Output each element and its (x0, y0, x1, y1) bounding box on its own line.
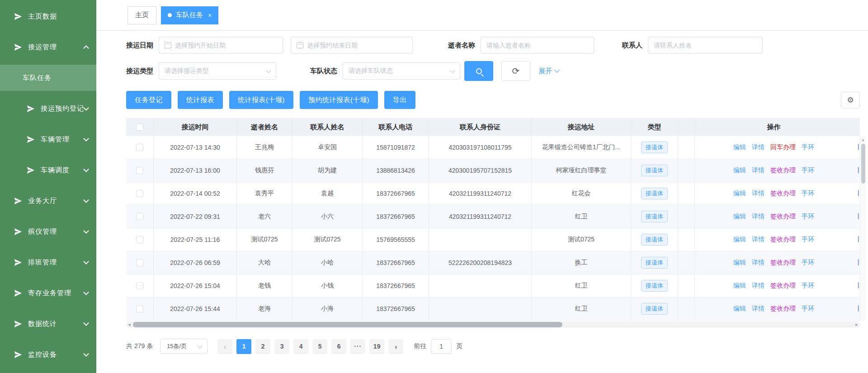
action-手环[interactable]: 手环 (802, 166, 814, 175)
date-end-input[interactable] (291, 37, 413, 54)
action-手环[interactable]: 手环 (802, 282, 814, 290)
scroll-left-icon[interactable]: ◄ (126, 322, 132, 327)
action-详情[interactable]: 详情 (752, 259, 764, 267)
cell-actions: 编辑详情签收办理手环 (695, 228, 853, 251)
pagination: 共 279 条 15条/页 ‹ 123456···19 › 前往 页 (126, 339, 860, 354)
sidebar-item-车辆调度[interactable]: 车辆调度 (0, 155, 96, 185)
sidebar-item-车辆管理[interactable]: 车辆管理 (0, 124, 96, 155)
tab-close-icon[interactable]: × (208, 12, 212, 19)
action-编辑[interactable]: 编辑 (733, 236, 746, 244)
action-详情[interactable]: 详情 (752, 166, 764, 175)
action-手环[interactable]: 手环 (802, 236, 814, 244)
action-编辑[interactable]: 编辑 (733, 189, 746, 198)
vertical-scrollbar[interactable]: ▲ (860, 136, 866, 321)
action-编辑[interactable]: 编辑 (733, 212, 746, 221)
toolbar-button-导出[interactable]: 导出 (384, 91, 415, 109)
expand-link[interactable]: 展开 (538, 67, 559, 76)
sidebar-item-数据统计[interactable]: 数据统计 (0, 308, 96, 339)
chevron-icon (83, 105, 89, 111)
sidebar-item-车队任务[interactable]: 车队任务 (0, 65, 96, 91)
contact-input[interactable] (648, 37, 763, 54)
action-编辑[interactable]: 编辑 (733, 305, 746, 313)
action-编辑[interactable]: 编辑 (733, 259, 746, 267)
sidebar-item-监控设备[interactable]: 监控设备 (0, 339, 96, 370)
row-checkbox[interactable] (136, 167, 143, 174)
deceased-name-field[interactable] (486, 42, 588, 49)
date-end-field[interactable] (307, 42, 407, 49)
action-手环[interactable]: 手环 (802, 143, 814, 151)
toolbar-button-统计报表[interactable]: 统计报表 (178, 91, 223, 109)
sidebar-item-业务大厅[interactable]: 业务大厅 (0, 185, 96, 216)
next-page-button[interactable]: › (388, 339, 403, 354)
vertical-scrollbar-thumb[interactable] (861, 144, 865, 184)
action-编辑[interactable]: 编辑 (733, 166, 746, 175)
toolbar-button-预约统计报表(十堰)[interactable]: 预约统计报表(十堰) (300, 91, 378, 109)
row-checkbox[interactable] (136, 305, 143, 312)
action-手环[interactable]: 手环 (802, 189, 814, 198)
page-button-19[interactable]: 19 (369, 339, 384, 354)
page-button-6[interactable]: 6 (331, 339, 346, 354)
page-size-select[interactable]: 15条/页 (160, 339, 208, 354)
refresh-button[interactable]: ⟳ (501, 61, 530, 81)
page-button-2[interactable]: 2 (255, 339, 270, 354)
select-all-checkbox[interactable] (136, 123, 143, 131)
action-签收办理[interactable]: 签收办理 (770, 259, 796, 267)
row-checkbox[interactable] (136, 213, 143, 220)
sidebar-item-主页数据[interactable]: 主页数据 (0, 1, 96, 32)
sidebar-item-排班管理[interactable]: 排班管理 (0, 247, 96, 278)
contact-field[interactable] (654, 42, 757, 49)
pickup-type-select[interactable]: 请选择接运类型 (159, 62, 276, 80)
row-checkbox[interactable] (136, 236, 143, 243)
action-手环[interactable]: 手环 (802, 305, 814, 313)
page-button-3[interactable]: 3 (274, 339, 289, 354)
action-手环[interactable]: 手环 (802, 212, 814, 221)
row-checkbox[interactable] (136, 259, 143, 266)
action-编辑[interactable]: 编辑 (733, 143, 746, 151)
action-详情[interactable]: 详情 (752, 305, 764, 313)
search-button[interactable] (464, 61, 493, 81)
action-详情[interactable]: 详情 (752, 282, 764, 290)
col-spacer (678, 118, 695, 136)
sidebar-item-殡仪管理[interactable]: 殡仪管理 (0, 216, 96, 247)
action-编辑[interactable]: 编辑 (733, 282, 746, 290)
sidebar-item-接运管理[interactable]: 接运管理 (0, 32, 96, 62)
action-签收办理[interactable]: 签收办理 (770, 189, 796, 198)
action-签收办理[interactable]: 签收办理 (770, 305, 796, 313)
settings-button[interactable]: ⚙ (841, 92, 860, 109)
horizontal-scrollbar-thumb[interactable] (133, 322, 562, 327)
prev-page-button[interactable]: ‹ (217, 339, 232, 354)
toolbar-button-统计报表(十堰)[interactable]: 统计报表(十堰) (229, 91, 293, 109)
sidebar-item-接运预约登记[interactable]: 接运预约登记 (0, 93, 96, 124)
action-详情[interactable]: 详情 (752, 212, 764, 221)
action-手环[interactable]: 手环 (802, 259, 814, 267)
page-button-5[interactable]: 5 (312, 339, 327, 354)
tab-home[interactable]: 主页 (127, 6, 156, 24)
toolbar-button-任务登记[interactable]: 任务登记 (126, 91, 171, 109)
page-button-4[interactable]: 4 (293, 339, 308, 354)
date-start-field[interactable] (175, 42, 277, 49)
sidebar-item-寄存业务管理[interactable]: 寄存业务管理 (0, 278, 96, 308)
action-详情[interactable]: 详情 (752, 189, 764, 198)
scroll-up-icon[interactable]: ▲ (860, 136, 866, 142)
goto-page-input[interactable] (431, 339, 452, 354)
scroll-right-icon[interactable]: ► (854, 322, 860, 327)
fleet-status-select[interactable]: 请选择车队状态 (343, 62, 460, 80)
action-回车办理[interactable]: 回车办理 (770, 143, 796, 151)
col-pickup-time: 接运时间 (154, 118, 237, 136)
action-签收办理[interactable]: 签收办理 (770, 236, 796, 244)
row-checkbox[interactable] (136, 190, 143, 197)
action-详情[interactable]: 详情 (752, 143, 764, 151)
page-ellipsis[interactable]: ··· (350, 339, 365, 354)
tab-fleet-tasks[interactable]: 车队任务 × (161, 6, 218, 24)
action-详情[interactable]: 详情 (752, 236, 764, 244)
action-签收办理[interactable]: 签收办理 (770, 166, 796, 175)
deceased-name-input[interactable] (481, 37, 594, 54)
action-签收办理[interactable]: 签收办理 (770, 212, 796, 221)
action-签收办理[interactable]: 签收办理 (770, 282, 796, 290)
page-button-1[interactable]: 1 (236, 339, 251, 354)
cell-contact-phone: 18372667965 (363, 251, 429, 274)
horizontal-scrollbar[interactable]: ◄ ► (126, 321, 860, 328)
row-checkbox[interactable] (136, 282, 143, 289)
date-start-input[interactable] (159, 37, 283, 54)
row-checkbox[interactable] (136, 144, 143, 151)
